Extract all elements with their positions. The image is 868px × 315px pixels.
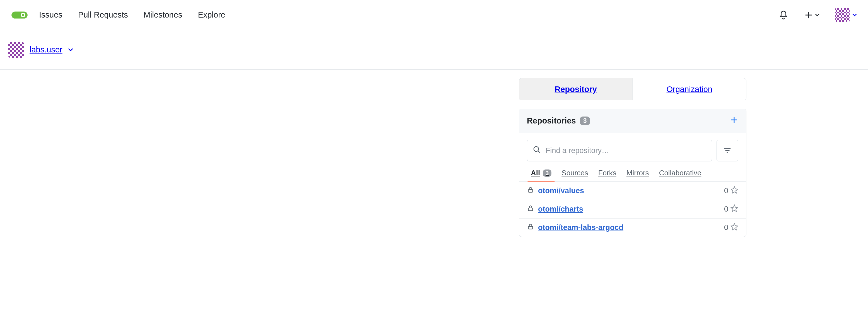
repo-link[interactable]: otomi/team-labs-argocd	[538, 223, 623, 232]
nav-issues[interactable]: Issues	[39, 10, 62, 20]
filter-tab-all-count: 3	[543, 169, 551, 177]
filter-tab-sources[interactable]: Sources	[561, 169, 588, 181]
top-nav: Issues Pull Requests Milestones Explore	[0, 0, 868, 30]
star-icon	[731, 223, 738, 232]
repo-stars-count: 0	[724, 223, 728, 232]
user-menu[interactable]	[835, 8, 857, 22]
star-icon	[731, 186, 738, 196]
repo-search-input[interactable]	[546, 146, 706, 155]
repositories-panel: Repositories 3	[519, 109, 746, 237]
repo-item[interactable]: otomi/values 0	[519, 182, 746, 200]
right-column: Repository Organization Repositories 3	[519, 78, 746, 237]
repositories-count-badge: 3	[580, 117, 590, 125]
context-switcher[interactable]: labs.user	[8, 42, 73, 58]
lock-icon	[527, 223, 534, 232]
nav-right	[779, 8, 857, 22]
user-avatar-icon	[835, 8, 849, 22]
repo-stars-count: 0	[724, 187, 728, 195]
create-menu[interactable]	[804, 10, 819, 20]
repo-item[interactable]: otomi/charts 0	[519, 200, 746, 218]
filter-tab-all-label: All	[531, 169, 540, 177]
repo-search-box[interactable]	[527, 140, 712, 161]
scope-tabs: Repository Organization	[519, 78, 746, 100]
repo-stars-count: 0	[724, 205, 728, 214]
repo-link[interactable]: otomi/charts	[538, 205, 583, 214]
context-avatar-icon	[8, 42, 24, 58]
nav-pull-requests[interactable]: Pull Requests	[78, 10, 128, 20]
repo-search-row	[519, 133, 746, 164]
lock-icon	[527, 204, 534, 214]
content: Repository Organization Repositories 3	[0, 70, 868, 245]
new-repository-button[interactable]	[730, 116, 738, 126]
nav-milestones[interactable]: Milestones	[144, 10, 182, 20]
tab-organization[interactable]: Organization	[632, 78, 746, 100]
context-user-label: labs.user	[30, 45, 62, 54]
filter-tab-mirrors[interactable]: Mirrors	[626, 169, 649, 181]
repo-stars: 0	[724, 223, 738, 232]
repo-filter-tabs: All 3 Sources Forks Mirrors Collaborativ…	[519, 164, 746, 181]
svg-rect-5	[528, 208, 532, 211]
lock-icon	[527, 186, 534, 195]
tab-repository[interactable]: Repository	[519, 78, 632, 100]
repo-stars: 0	[724, 204, 738, 214]
svg-point-3	[534, 146, 539, 151]
nav-links: Issues Pull Requests Milestones Explore	[39, 10, 225, 20]
gitea-logo[interactable]	[11, 10, 28, 20]
repositories-title: Repositories	[527, 116, 576, 125]
repo-item[interactable]: otomi/team-labs-argocd 0	[519, 218, 746, 237]
repositories-header: Repositories 3	[519, 109, 746, 133]
repo-stars: 0	[724, 186, 738, 196]
repo-list: otomi/values 0 otomi/charts 0	[519, 182, 746, 237]
filter-tab-forks[interactable]: Forks	[598, 169, 616, 181]
search-icon	[533, 146, 541, 156]
svg-point-2	[22, 14, 24, 16]
filter-tab-all[interactable]: All 3	[531, 169, 551, 181]
star-icon	[731, 204, 738, 214]
filter-tab-collaborative[interactable]: Collaborative	[659, 169, 702, 181]
notifications-button[interactable]	[779, 10, 788, 20]
repo-link[interactable]: otomi/values	[538, 187, 584, 195]
repo-filter-button[interactable]	[717, 140, 738, 161]
context-bar: labs.user	[0, 30, 868, 70]
svg-rect-6	[528, 226, 532, 229]
nav-explore[interactable]: Explore	[198, 10, 225, 20]
svg-rect-4	[528, 189, 532, 192]
